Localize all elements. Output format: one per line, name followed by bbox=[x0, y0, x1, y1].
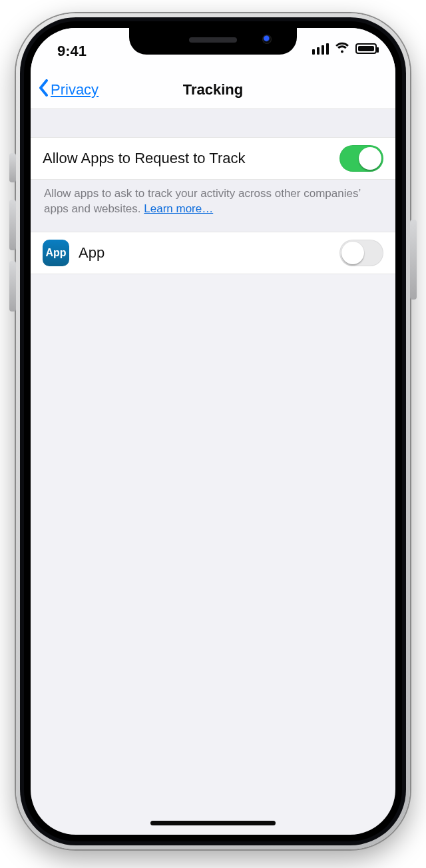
chevron-left-icon bbox=[39, 79, 49, 101]
front-camera bbox=[262, 35, 272, 44]
status-time: 9:41 bbox=[57, 43, 87, 60]
app-tracking-toggle[interactable] bbox=[339, 240, 383, 266]
group-gap bbox=[31, 109, 395, 137]
app-icon: App bbox=[43, 240, 69, 266]
cellular-bars-icon bbox=[312, 43, 329, 55]
row-app: App App bbox=[31, 232, 395, 274]
content: Allow Apps to Request to Track Allow app… bbox=[31, 109, 395, 274]
volume-up-button bbox=[9, 200, 16, 250]
wifi-icon bbox=[334, 41, 350, 56]
row-allow-apps-to-request: Allow Apps to Request to Track bbox=[31, 137, 395, 180]
page-title: Tracking bbox=[183, 81, 243, 99]
screen: 9:41 Privacy Tracking bbox=[31, 28, 395, 835]
back-button[interactable]: Privacy bbox=[31, 79, 99, 101]
back-label: Privacy bbox=[51, 81, 99, 99]
nav-bar: Privacy Tracking bbox=[31, 71, 395, 109]
status-right bbox=[312, 41, 377, 56]
volume-down-button bbox=[9, 261, 16, 312]
section-footer: Allow apps to ask to track your activity… bbox=[31, 180, 395, 232]
battery-icon bbox=[355, 43, 377, 54]
side-button bbox=[410, 220, 417, 300]
row-label: App bbox=[79, 244, 330, 262]
learn-more-link[interactable]: Learn more… bbox=[144, 202, 213, 215]
home-indicator bbox=[150, 821, 276, 825]
toggle-knob bbox=[359, 147, 381, 170]
notch bbox=[129, 28, 297, 55]
toggle-knob bbox=[341, 242, 364, 264]
row-label: Allow Apps to Request to Track bbox=[43, 150, 330, 167]
speaker bbox=[189, 37, 237, 43]
allow-tracking-toggle[interactable] bbox=[339, 145, 383, 172]
silence-switch bbox=[9, 153, 16, 182]
